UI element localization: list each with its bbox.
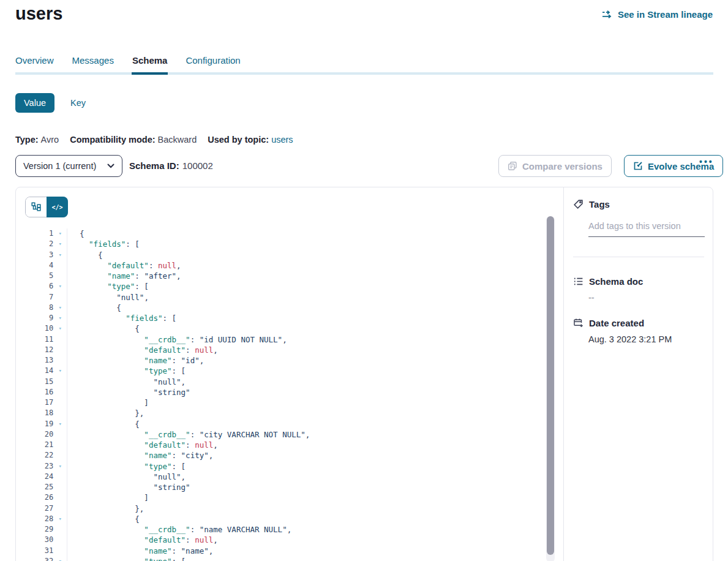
code-text: "default": null,	[67, 535, 218, 545]
fold-arrow-icon[interactable]: ▾	[53, 228, 67, 239]
fold-arrow-icon[interactable]: ▾	[53, 281, 67, 292]
schema-doc-value: --	[588, 293, 595, 303]
code-line: 14▾ "type": [	[16, 366, 549, 376]
fold-arrow-icon	[53, 440, 67, 450]
more-actions-button[interactable]: •••	[699, 157, 714, 167]
schema-view-toggle: </>	[25, 197, 68, 217]
line-number: 2	[16, 239, 53, 249]
schema-id-field: Schema ID:100002	[129, 160, 213, 171]
gutter: 1▾	[16, 228, 67, 239]
fold-arrow-icon[interactable]: ▾	[53, 419, 67, 429]
type-label: Type:	[15, 135, 39, 145]
tags-title: Tags	[589, 199, 610, 209]
code-line: 26 ]	[16, 492, 549, 503]
line-number: 8	[16, 303, 53, 313]
line-number: 13	[16, 355, 53, 366]
gutter: 20	[16, 429, 67, 440]
tab-overview[interactable]: Overview	[15, 55, 54, 72]
schema-id-label: Schema ID:	[129, 160, 179, 171]
line-number: 4	[16, 260, 53, 271]
used-by-topic-field: Used by topic:users	[208, 135, 293, 145]
gutter: 23▾	[16, 461, 67, 472]
fold-arrow-icon	[53, 429, 67, 440]
fold-arrow-icon	[53, 271, 67, 281]
fold-arrow-icon[interactable]: ▾	[53, 303, 67, 313]
gutter: 21	[16, 440, 67, 450]
fold-arrow-icon[interactable]: ▾	[53, 313, 67, 323]
key-toggle-button[interactable]: Key	[70, 98, 86, 108]
compare-versions-button[interactable]: Compare versions	[498, 155, 612, 177]
code-line: 32▾ "type": [	[16, 556, 549, 561]
schema-doc-title: Schema doc	[589, 276, 643, 287]
gutter: 8▾	[16, 303, 67, 313]
code-text: "null",	[67, 292, 149, 303]
editor-scrollbar-thumb[interactable]	[547, 216, 554, 555]
schema-id-value: 100002	[182, 160, 213, 171]
code-view-button[interactable]: </>	[47, 197, 68, 217]
code-line: 22 "name": "city",	[16, 450, 549, 461]
tree-view-button[interactable]	[26, 197, 47, 217]
line-number: 9	[16, 313, 53, 323]
gutter: 27	[16, 503, 67, 514]
line-number: 23	[16, 461, 53, 472]
code-text: },	[67, 408, 144, 418]
see-in-stream-lineage-link[interactable]: See in Stream lineage	[601, 9, 713, 20]
tab-configuration[interactable]: Configuration	[186, 55, 240, 72]
schema-side-panel: Tags Schema doc --	[563, 187, 713, 561]
calendar-plus-icon	[573, 318, 584, 328]
code-line: 12 "default": null,	[16, 345, 549, 355]
fold-arrow-icon	[53, 334, 67, 345]
tab-messages[interactable]: Messages	[72, 55, 114, 72]
fold-arrow-icon[interactable]: ▾	[53, 323, 67, 334]
line-number: 20	[16, 429, 53, 440]
code-text: "default": null,	[67, 260, 181, 271]
fold-arrow-icon[interactable]: ▾	[53, 514, 67, 524]
code-line: 5 "name": "after",	[16, 271, 549, 281]
code-line: 19▾ {	[16, 419, 549, 429]
code-text: {	[67, 303, 121, 313]
line-number: 7	[16, 292, 53, 303]
tab-schema[interactable]: Schema	[132, 55, 168, 72]
fold-arrow-icon[interactable]: ▾	[53, 239, 67, 249]
code-line: 4 "default": null,	[16, 260, 549, 271]
gutter: 31	[16, 546, 67, 556]
gutter: 2▾	[16, 239, 67, 249]
tab-bar: Overview Messages Schema Configuration	[15, 55, 241, 72]
value-toggle-button[interactable]: Value	[15, 93, 54, 113]
line-number: 30	[16, 535, 53, 545]
code-text: "fields": [	[67, 239, 140, 249]
line-number: 11	[16, 334, 53, 345]
topic-link[interactable]: users	[271, 135, 293, 145]
gutter: 13	[16, 355, 67, 366]
code-line: 30 "default": null,	[16, 535, 549, 545]
line-number: 16	[16, 387, 53, 397]
code-text: "__crdb__": "city VARCHAR NOT NULL",	[67, 429, 310, 440]
fold-arrow-icon[interactable]: ▾	[53, 461, 67, 472]
editor-scrollbar-track[interactable]	[546, 216, 555, 561]
code-line: 18 },	[16, 408, 549, 418]
fold-arrow-icon	[53, 524, 67, 535]
gutter: 17	[16, 397, 67, 408]
code-text: "string"	[67, 482, 190, 492]
line-number: 10	[16, 323, 53, 334]
version-dropdown[interactable]: Version 1 (current)	[15, 155, 122, 177]
line-number: 22	[16, 450, 53, 461]
code-text: ]	[67, 397, 149, 408]
add-tags-input[interactable]	[588, 220, 705, 237]
compatibility-value: Backward	[158, 135, 197, 145]
doc-list-icon	[573, 276, 584, 287]
fold-arrow-icon[interactable]: ▾	[53, 366, 67, 376]
code-line: 28▾ {	[16, 514, 549, 524]
gutter: 22	[16, 450, 67, 461]
code-text: "__crdb__": "id UUID NOT NULL",	[67, 334, 287, 345]
code-text: "type": [	[67, 281, 149, 292]
schema-actions: Compare versions Evolve schema	[498, 155, 723, 177]
code-line: 16 "string"	[16, 387, 549, 397]
fold-arrow-icon[interactable]: ▾	[53, 556, 67, 561]
gutter: 30	[16, 535, 67, 545]
gutter: 14▾	[16, 366, 67, 376]
code-line: 9▾ "fields": [	[16, 313, 549, 323]
code-text: "__crdb__": "name VARCHAR NULL",	[67, 524, 291, 535]
tag-icon	[573, 199, 584, 209]
fold-arrow-icon[interactable]: ▾	[53, 250, 67, 260]
